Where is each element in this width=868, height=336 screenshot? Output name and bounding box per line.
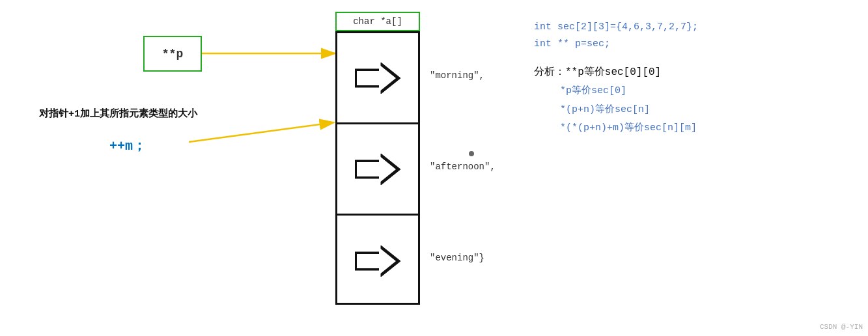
arrow-icon-2 [355,154,400,185]
svg-marker-8 [357,247,396,275]
analysis-item-3: *(*(p+n)+m)等价sec[n][m] [560,121,855,136]
cell-label-2: "afternoon", [430,161,496,172]
analysis-title: 分析：**p等价sec[0][0] [534,65,855,79]
watermark: CSDN @-YIN [820,323,863,331]
arrow-icon-3 [355,245,400,277]
svg-marker-6 [357,156,396,183]
char-array-label: char *a[] [353,16,402,27]
svg-line-2 [189,122,334,142]
pp-m-label: ++m； [109,137,146,154]
cell-label-3: "evening"} [430,253,484,263]
cell-label-1: "morning", [430,70,484,81]
code-line-1: int sec[2][3]={4,6,3,7,2,7}; [534,20,855,35]
arrow-icon-1 [355,63,400,94]
analysis-title-text: 分析：**p等价sec[0][0] [534,66,661,78]
right-panel: int sec[2][3]={4,6,3,7,2,7}; int ** p=se… [521,0,868,336]
array-cell-1 [337,33,418,124]
array-cell-3 [337,216,418,307]
analysis-item-2: *(p+n)等价sec[n] [560,103,855,118]
analysis-section: 分析：**p等价sec[0][0] *p等价sec[0] *(p+n)等价sec… [534,65,855,136]
dot-marker [469,151,474,156]
svg-marker-4 [357,64,396,92]
code-line-2: int ** p=sec; [534,36,855,52]
array-cell-2 [337,124,418,216]
array-container [335,31,420,305]
char-array-label-box: char *a[] [335,12,420,31]
pp-box: **p [143,36,202,72]
analysis-item-1: *p等价sec[0] [560,84,855,99]
annotation-text: 对指针+1加上其所指元素类型的大小 [39,107,197,120]
pp-box-label: **p [162,48,183,61]
